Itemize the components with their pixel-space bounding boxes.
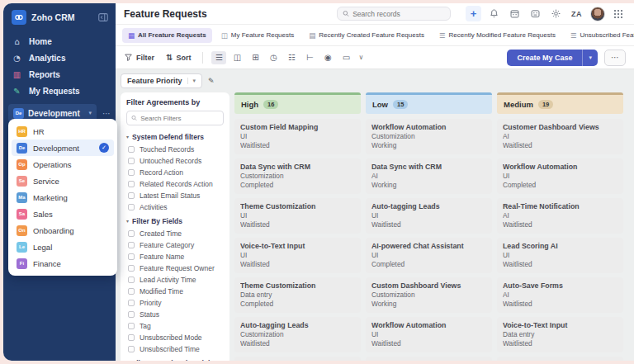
- feature-request-card[interactable]: Custom Dashboard Views Customization Wor…: [366, 277, 492, 313]
- filter-section-fields[interactable]: ▾ Filter By Fields: [126, 215, 224, 226]
- tab[interactable]: ▤ Recently Created Feature Requests: [303, 28, 430, 43]
- settings-gear-icon[interactable]: [548, 6, 564, 21]
- feature-request-card[interactable]: Real-Time Notification AI Waitlisted: [497, 198, 623, 234]
- filter-search-input[interactable]: [140, 115, 219, 122]
- filter-checkbox-item[interactable]: Feature Category: [126, 239, 224, 251]
- filter-checkbox-item[interactable]: Feature Request Owner: [126, 262, 224, 274]
- feature-request-card[interactable]: Auto-tagging Leads Customization Waitlis…: [234, 317, 361, 352]
- feature-request-card[interactable]: Voice-to-Text Input UI Waitlisted: [234, 238, 361, 273]
- sidebar-nav-item[interactable]: ⌂ Home: [3, 33, 116, 50]
- translate-icon[interactable]: ZA: [569, 6, 584, 21]
- filter-search[interactable]: [126, 111, 224, 125]
- checkbox[interactable]: [128, 158, 135, 164]
- filter-checkbox-item[interactable]: Untouched Records: [126, 155, 224, 167]
- filter-checkbox-item[interactable]: Created Time: [126, 228, 224, 239]
- checkbox[interactable]: [128, 181, 135, 187]
- filter-checkbox-item[interactable]: Priority: [126, 297, 224, 309]
- toolbar-more-button[interactable]: ⋯: [604, 50, 626, 66]
- inbox-icon[interactable]: [528, 6, 543, 21]
- kanban-field-selector[interactable]: Feature Priority ▾: [121, 73, 202, 88]
- filter-button[interactable]: Filter: [124, 53, 154, 62]
- calendar-icon[interactable]: [507, 6, 523, 21]
- edit-pencil-icon[interactable]: ✎: [208, 77, 215, 85]
- timeline-view-icon[interactable]: ◷: [266, 51, 281, 64]
- feature-request-card[interactable]: Auto-tagging Leads Data entry Working: [366, 357, 492, 361]
- department-item[interactable]: HR HR: [12, 123, 114, 139]
- stack-view-icon[interactable]: ☷: [284, 51, 299, 64]
- feature-request-card[interactable]: Customer Dashboard Views AI Waitlisted: [497, 119, 623, 154]
- checkbox[interactable]: [128, 334, 135, 341]
- checkbox[interactable]: [128, 204, 135, 210]
- checkbox[interactable]: [128, 311, 135, 318]
- checkbox[interactable]: [128, 288, 135, 295]
- sidebar-nav-item[interactable]: ◔ Analytics: [3, 50, 116, 66]
- filter-checkbox-item[interactable]: Latest Email Status: [126, 190, 224, 201]
- filter-checkbox-item[interactable]: Feature Name: [126, 251, 224, 262]
- filter-checkbox-item[interactable]: Unsubscribed Mode: [126, 332, 224, 343]
- feature-request-card[interactable]: Dark Mode Toggle UI Waitlisted: [497, 357, 623, 361]
- feature-request-card[interactable]: Real-Time Notification Customization Com…: [234, 357, 361, 361]
- filter-section-system[interactable]: ▾ System Defend filters: [126, 131, 224, 142]
- department-item[interactable]: Se Service: [12, 173, 114, 189]
- feature-request-card[interactable]: Auto-tagging Leads UI Waitlisted: [366, 198, 492, 234]
- hierarchy-view-icon[interactable]: ⊢: [302, 51, 317, 64]
- department-item[interactable]: Fi Finance: [12, 255, 114, 272]
- feature-request-card[interactable]: Workflow Automation UI Waitlisted: [366, 317, 492, 352]
- filter-section-related-modules[interactable]: ▾ Filter By Related Modules: [126, 357, 224, 361]
- search-input[interactable]: [352, 10, 445, 18]
- kanban-view-icon[interactable]: ◫: [229, 51, 244, 64]
- checkbox[interactable]: [128, 277, 135, 283]
- user-avatar[interactable]: [589, 6, 605, 21]
- list-view-icon[interactable]: ☰: [211, 51, 226, 64]
- global-search[interactable]: [337, 7, 451, 21]
- feature-request-card[interactable]: Workflow Automation Customization Workin…: [366, 119, 492, 154]
- feature-request-card[interactable]: Theme Customization Data entry Completed: [234, 277, 361, 313]
- sidebar-collapse-icon[interactable]: [97, 12, 109, 23]
- checkbox[interactable]: [128, 192, 135, 199]
- filter-checkbox-item[interactable]: Touched Records: [126, 144, 224, 155]
- checkbox[interactable]: [128, 323, 135, 329]
- create-my-case-button[interactable]: Create My Case ▾: [507, 50, 598, 66]
- department-item[interactable]: Op Operations: [12, 156, 114, 173]
- calendar-view-icon[interactable]: ▭: [338, 51, 353, 64]
- feature-request-card[interactable]: AI-powered Chat Assistant UI Completed: [366, 238, 492, 273]
- notifications-bell-icon[interactable]: [486, 6, 502, 21]
- checkbox[interactable]: [128, 253, 135, 260]
- feature-request-card[interactable]: Custom Field Mapping UI Waitlisted: [234, 119, 361, 154]
- feature-request-card[interactable]: Auto-Save Forms AI Waitlisted: [497, 277, 623, 313]
- checkbox[interactable]: [128, 265, 135, 272]
- tab[interactable]: ☰ Recently Modified Feature Requests: [433, 28, 561, 43]
- tab[interactable]: ▦ All Freature Requests: [122, 28, 212, 43]
- people-view-icon[interactable]: ◉: [320, 51, 335, 64]
- feature-request-card[interactable]: Lead Scoring AI UI Waitlisted: [497, 238, 623, 273]
- checkbox[interactable]: [128, 146, 135, 153]
- department-more-icon[interactable]: ⋯: [101, 109, 112, 118]
- sort-button[interactable]: ⇅ Sort: [166, 53, 191, 62]
- sidebar-nav-item[interactable]: ✎ My Requests: [3, 83, 116, 99]
- filter-checkbox-item[interactable]: Activities: [126, 201, 224, 213]
- filter-checkbox-item[interactable]: Modified Time: [126, 286, 224, 297]
- checkbox[interactable]: [128, 230, 135, 237]
- filter-checkbox-item[interactable]: Related Records Action: [126, 178, 224, 190]
- feature-request-card[interactable]: Voice-to-Text Input Data entry Waitliste…: [497, 317, 623, 352]
- checkbox[interactable]: [128, 300, 135, 306]
- apps-grid-icon[interactable]: [610, 6, 626, 21]
- feature-request-card[interactable]: Data Sync with CRM Customization Complet…: [234, 158, 361, 194]
- filter-checkbox-item[interactable]: Unsubscribed Time: [126, 343, 224, 355]
- sidebar-nav-item[interactable]: ▥ Reports: [3, 66, 116, 83]
- filter-checkbox-item[interactable]: Status: [126, 309, 224, 320]
- department-item[interactable]: On Onboarding: [12, 222, 114, 239]
- add-button[interactable]: +: [466, 6, 481, 21]
- views-chevron-icon[interactable]: ∨: [358, 54, 363, 61]
- filter-checkbox-item[interactable]: Lead Activity Time: [126, 274, 224, 286]
- tab[interactable]: ☰ Unsubscribed Feature Requests: [565, 28, 634, 43]
- checkbox[interactable]: [128, 242, 135, 248]
- feature-request-card[interactable]: Data Sync with CRM AI Working: [366, 158, 492, 194]
- department-item[interactable]: Le Legal: [12, 239, 114, 255]
- tab[interactable]: ◫ My Feature Requests: [215, 28, 300, 43]
- department-item[interactable]: De Development ✓: [12, 139, 114, 156]
- create-chevron-icon[interactable]: ▾: [583, 50, 598, 66]
- feature-request-card[interactable]: Theme Customization UI Waitlisted: [234, 198, 361, 234]
- feature-request-card[interactable]: Workflow Automation UI Completed: [497, 158, 623, 194]
- filter-checkbox-item[interactable]: Tag: [126, 320, 224, 332]
